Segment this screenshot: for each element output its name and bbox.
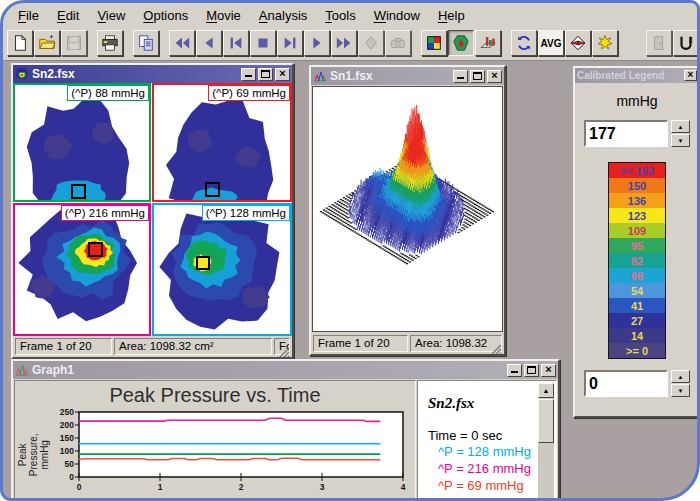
sn2-quadrant-view-1[interactable]: (^P) 88 mmHg (13, 83, 151, 202)
legend-band: 82 (609, 253, 665, 268)
last-frame-button[interactable] (277, 30, 303, 56)
menu-item-options[interactable]: Options (134, 5, 197, 25)
close-icon: × (688, 70, 694, 80)
sn1-minimize-button[interactable] (453, 70, 468, 83)
sn2-status-area: Area: 1098.32 cm² (114, 338, 272, 355)
legend-title-bar[interactable]: Calibrated Legend × (575, 68, 699, 83)
window-sn2: Sn2.fsx × (^P) 88 mmHg(^P) 69 mmHg(^P) 2… (11, 63, 294, 359)
quadrant-peak-label: (^P) 69 mmHg (208, 85, 290, 101)
menu-item-movie[interactable]: Movie (197, 5, 250, 25)
sn1-status-bar: Frame 1 of 20 Area: 1098.32 (311, 333, 504, 354)
svg-text:2: 2 (239, 482, 244, 492)
pressure-map (15, 205, 149, 334)
sn2-quadrant-view-4[interactable]: (^P) 128 mmHg (152, 203, 292, 336)
sn2-minimize-button[interactable] (241, 68, 256, 81)
menu-item-edit[interactable]: Edit (48, 5, 88, 25)
sn2-window-title: Sn2.fsx (32, 67, 238, 81)
spin-down-button[interactable]: ▼ (671, 384, 690, 397)
window-calibrated-legend: Calibrated Legend × mmHg ▲ ▼ >= 16315013… (573, 66, 700, 418)
sn2-quadrant-view-2[interactable]: (^P) 69 mmHg (152, 83, 292, 202)
print-button[interactable] (97, 30, 123, 56)
sn2-close-button[interactable]: × (275, 68, 290, 81)
legend-max-input[interactable] (584, 120, 668, 147)
peak-pressure-chart-panel: Peak Pressure vs. Time PeakPressure,mmHg… (14, 380, 416, 501)
menu-bar: FileEditViewOptionsMovieAnalysisToolsWin… (3, 3, 697, 26)
open-button[interactable] (34, 30, 60, 56)
pressure-map (15, 85, 149, 200)
3d-view-button[interactable] (475, 30, 501, 56)
quad-view-button[interactable] (421, 30, 447, 56)
legend-band: 150 (609, 178, 665, 193)
door-icon (650, 34, 668, 52)
sn1-close-button[interactable]: × (487, 70, 502, 83)
new-button[interactable] (7, 30, 33, 56)
sn2-title-bar[interactable]: Sn2.fsx × (13, 65, 292, 83)
legend-units-label: mmHg (575, 93, 699, 109)
contour-view-button[interactable] (448, 30, 474, 56)
svg-text:1: 1 (158, 482, 163, 492)
rewind-button[interactable] (169, 30, 195, 56)
graph1-minimize-button[interactable] (507, 364, 522, 377)
exit-u-icon (677, 34, 695, 52)
sn2-quadrant-view-3[interactable]: (^P) 216 mmHg (13, 203, 151, 336)
application-window: FileEditViewOptionsMovieAnalysisToolsWin… (0, 0, 700, 501)
quadrant-peak-label: (^P) 88 mmHg (67, 85, 149, 101)
graph1-close-button[interactable]: × (541, 364, 556, 377)
play-button[interactable] (304, 30, 330, 56)
menu-item-tools[interactable]: Tools (316, 5, 364, 25)
svg-text:0: 0 (69, 472, 74, 482)
menu-item-window[interactable]: Window (365, 5, 429, 25)
menu-item-analysis[interactable]: Analysis (250, 5, 316, 25)
average-button[interactable]: AVG (538, 30, 564, 56)
3d-surface-plot (313, 87, 502, 329)
fast-forward-icon (335, 34, 353, 52)
legend-close-button[interactable]: × (684, 70, 697, 81)
svg-text:250: 250 (60, 407, 74, 417)
sn1-status-area: Area: 1098.32 (410, 335, 502, 352)
info-scrollbar[interactable]: ▲ ▼ (538, 383, 554, 501)
resize-grip-icon[interactable] (491, 341, 502, 352)
stop-button[interactable] (250, 30, 276, 56)
spin-up-button[interactable]: ▲ (671, 120, 690, 133)
sparkle-button[interactable] (592, 30, 618, 56)
graph1-maximize-button[interactable] (524, 364, 539, 377)
sn1-window-title: Sn1.fsx (330, 69, 450, 83)
first-frame-button[interactable] (223, 30, 249, 56)
graph1-title-bar[interactable]: Graph1 × (13, 361, 558, 379)
step-back-button[interactable] (196, 30, 222, 56)
menu-item-view[interactable]: View (88, 5, 134, 25)
compass-diamond-icon (569, 34, 587, 52)
sn2-maximize-button[interactable] (258, 68, 273, 81)
spin-up-button[interactable]: ▲ (671, 370, 690, 383)
legend-band: 27 (609, 313, 665, 328)
copy-button[interactable] (133, 30, 159, 56)
pressure-map (154, 205, 290, 334)
maximize-icon (473, 72, 482, 80)
refresh-button[interactable] (511, 30, 537, 56)
exit-button[interactable] (673, 30, 699, 56)
maximize-icon (527, 366, 536, 374)
scroll-up-button[interactable]: ▲ (538, 383, 554, 398)
resize-grip-icon[interactable] (279, 344, 290, 355)
menu-item-file[interactable]: File (9, 5, 48, 25)
fast-forward-button[interactable] (331, 30, 357, 56)
snapshot-button[interactable] (385, 30, 411, 56)
legend-min-input[interactable] (584, 370, 668, 397)
sn1-title-bar[interactable]: Sn1.fsx × (311, 67, 504, 85)
maximize-icon (261, 70, 270, 78)
sn1-3d-plot[interactable] (312, 86, 503, 332)
menu-item-help[interactable]: Help (429, 5, 474, 25)
minimize-icon (457, 73, 464, 79)
save-button[interactable] (61, 30, 87, 56)
sn1-maximize-button[interactable] (470, 70, 485, 83)
svg-text:200: 200 (60, 420, 74, 430)
legend-band: 123 (609, 208, 665, 223)
legend-band: 136 (609, 193, 665, 208)
sn2-pressure-views: (^P) 88 mmHg(^P) 69 mmHg(^P) 216 mmHg(^P… (13, 83, 292, 336)
spin-down-button[interactable]: ▼ (671, 134, 690, 147)
svg-text:100: 100 (60, 446, 74, 456)
scrollbar-thumb[interactable] (538, 399, 554, 443)
compass-button[interactable] (565, 30, 591, 56)
record-button[interactable] (358, 30, 384, 56)
door-button[interactable] (646, 30, 672, 56)
